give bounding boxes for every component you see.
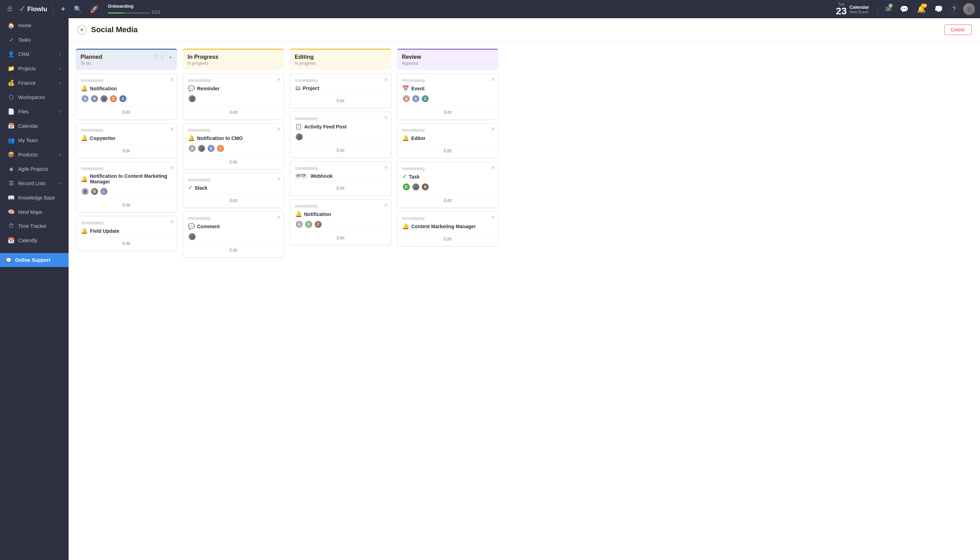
sidebar-label-home: Home xyxy=(18,23,31,28)
card-edit-area: Edit xyxy=(295,97,386,103)
logo-text: Flowlu xyxy=(27,6,47,13)
close-button[interactable]: ✕ xyxy=(77,25,87,35)
sidebar-item-finance[interactable]: 💰 Finance › xyxy=(2,76,67,90)
card-divider xyxy=(81,106,172,106)
card-close-button[interactable]: ✕ xyxy=(491,215,495,220)
card-close-button[interactable]: ✕ xyxy=(170,77,174,82)
card-task-review: ✕ Immediately ✓ Task E 👤 B Edit xyxy=(397,162,498,208)
card-close-button[interactable]: ✕ xyxy=(277,215,281,220)
products-icon: 📦 xyxy=(8,151,15,158)
card-title: 🔔 Copywriter xyxy=(81,135,172,142)
card-edit-link[interactable]: Edit xyxy=(230,110,237,115)
card-notification-cmm-planned: ✕ Immediately 🔔 Notification to Content … xyxy=(76,162,177,212)
card-edit-link[interactable]: Edit xyxy=(122,241,130,246)
sidebar-item-crm[interactable]: 👤 CRM › xyxy=(2,47,67,61)
help-button[interactable]: ? xyxy=(949,4,959,14)
card-close-button[interactable]: ✕ xyxy=(491,77,495,82)
online-support-button[interactable]: 💬 Online Support xyxy=(0,253,68,267)
mail-button[interactable]: ✉ 6 xyxy=(883,3,893,15)
sidebar-item-calendly[interactable]: 📆 Calendly xyxy=(2,233,67,247)
card-edit-link[interactable]: Edit xyxy=(337,148,344,153)
card-close-button[interactable]: ✕ xyxy=(170,127,174,132)
sidebar-item-products[interactable]: 📦 Products › xyxy=(2,148,67,162)
card-close-button[interactable]: ✕ xyxy=(170,219,174,225)
bell-icon: 🔔 xyxy=(188,135,195,142)
card-close-button[interactable]: ✕ xyxy=(170,165,174,170)
comments-button[interactable]: 💭 xyxy=(932,3,945,15)
card-title: 🔔 Content Marketing Manager xyxy=(402,223,493,230)
card-edit-link[interactable]: Edit xyxy=(444,198,452,203)
card-edit-link[interactable]: Edit xyxy=(444,236,452,242)
card-title-text: Notification xyxy=(90,86,117,92)
chat-button[interactable]: 💬 xyxy=(898,3,911,15)
card-close-button[interactable]: ✕ xyxy=(491,165,495,170)
main-content: ✕ Social Media Delete ⋮⋮ + Planned To do… xyxy=(68,18,980,560)
card-edit-link[interactable]: Edit xyxy=(444,110,452,115)
card-timing: Immediately xyxy=(295,116,386,121)
card-event-review: ✕ Immediately 📅 Event A B C Edit xyxy=(397,73,498,120)
sidebar-label-recordlists: Record Lists xyxy=(18,181,45,186)
card-close-button[interactable]: ✕ xyxy=(384,165,388,170)
card-edit-link[interactable]: Edit xyxy=(444,148,452,153)
user-avatar[interactable]: 👤 xyxy=(963,3,975,15)
card-edit-area: Edit xyxy=(188,109,279,115)
calendar-label: Calendar xyxy=(850,5,869,10)
card-timing: Immediately xyxy=(81,78,172,83)
card-close-button[interactable]: ✕ xyxy=(277,127,281,132)
projects-icon: 📁 xyxy=(8,65,15,72)
card-title-text: Comment xyxy=(197,223,220,229)
calendar-icon: 📅 xyxy=(8,122,15,129)
bell-icon: 🔔 xyxy=(402,135,409,142)
card-edit-link[interactable]: Edit xyxy=(122,110,130,115)
sidebar-item-calendar[interactable]: 📅 Calendar xyxy=(2,119,67,133)
card-close-button[interactable]: ✕ xyxy=(277,176,281,182)
card-edit-link[interactable]: Edit xyxy=(337,98,344,103)
card-activityfeed-editing: ✕ Immediately 📋 Activity Feed Post 👤 Edi… xyxy=(290,112,391,158)
column-add-button[interactable]: + xyxy=(168,53,173,61)
sidebar-item-files[interactable]: 📄 Files › xyxy=(2,105,67,118)
onboarding-button[interactable]: 🚀 xyxy=(88,3,101,15)
card-close-button[interactable]: ✕ xyxy=(384,115,388,120)
card-close-button[interactable]: ✕ xyxy=(491,127,495,132)
add-button[interactable]: + xyxy=(59,2,68,16)
card-divider xyxy=(295,182,386,182)
card-close-button[interactable]: ✕ xyxy=(384,202,388,208)
home-icon: 🏠 xyxy=(8,22,15,29)
avatar: E xyxy=(402,183,410,191)
card-edit-link[interactable]: Edit xyxy=(122,148,130,153)
card-edit-link[interactable]: Edit xyxy=(230,198,237,203)
column-options-button[interactable]: ⋮⋮ xyxy=(152,53,166,61)
avatar: C xyxy=(109,95,118,103)
calendar-widget[interactable]: Tue 23 Calendar New Event xyxy=(836,2,869,16)
sidebar-item-projects[interactable]: 📁 Projects › xyxy=(2,62,67,75)
hamburger-menu-button[interactable]: ☰ xyxy=(5,3,15,15)
card-divider xyxy=(188,106,279,106)
webhook-icon: HTTP xyxy=(295,173,307,179)
card-title: 🔔 Field Update xyxy=(81,228,172,234)
bell-button[interactable]: 🔔 16 xyxy=(915,3,928,15)
card-edit-link[interactable]: Edit xyxy=(230,159,237,165)
sidebar-item-timetracker[interactable]: ⏱ Time Tracker xyxy=(2,220,67,233)
card-edit-link[interactable]: Edit xyxy=(122,202,130,208)
sidebar-item-tasks[interactable]: ✓ Tasks xyxy=(2,33,67,47)
card-edit-link[interactable]: Edit xyxy=(337,235,344,240)
card-fieldupdate-planned: ✕ Immediately 🔔 Field Update Edit xyxy=(76,216,177,251)
calendar-new-event: New Event xyxy=(850,10,869,14)
sidebar-item-recordlists[interactable]: ☰ Record Lists › xyxy=(2,177,67,190)
card-notification-editing: ✕ Immediately 🔔 Notification A B C Edit xyxy=(290,199,391,245)
files-arrow-icon: › xyxy=(60,109,61,114)
sidebar-item-workspaces[interactable]: ⬡ Workspaces xyxy=(2,90,67,104)
sidebar-item-myteam[interactable]: 👥 My Team xyxy=(2,133,67,147)
sidebar-item-mindmaps[interactable]: 🧠 Mind Maps xyxy=(2,205,67,219)
card-edit-link[interactable]: Edit xyxy=(230,247,237,253)
sidebar-item-knowledge[interactable]: 📖 Knowledge Base xyxy=(2,191,67,204)
sidebar-item-agile[interactable]: ◈ Agile Projects xyxy=(2,162,67,176)
sidebar-item-home[interactable]: 🏠 Home xyxy=(2,18,67,32)
card-title-text: Notification xyxy=(304,212,331,217)
search-button[interactable]: 🔍 xyxy=(72,3,83,15)
delete-button[interactable]: Delete xyxy=(944,25,972,35)
card-edit-link[interactable]: Edit xyxy=(337,185,344,191)
sidebar-label-calendly: Calendly xyxy=(18,238,37,243)
card-close-button[interactable]: ✕ xyxy=(384,77,388,82)
card-close-button[interactable]: ✕ xyxy=(277,77,281,82)
